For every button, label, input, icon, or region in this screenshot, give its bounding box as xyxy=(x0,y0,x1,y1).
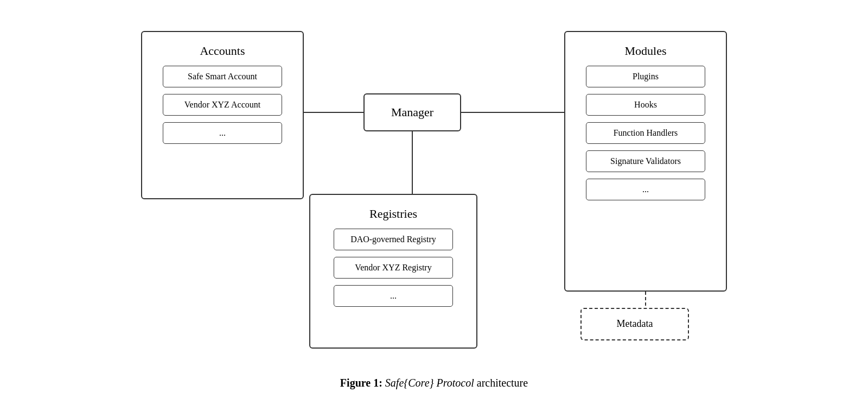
registries-box: Registries DAO-governed Registry Vendor … xyxy=(309,194,477,349)
manager-box: Manager xyxy=(363,93,461,131)
diagram-container: Accounts Safe Smart Account Vendor XYZ A… xyxy=(108,15,760,384)
manager-label: Manager xyxy=(391,105,433,119)
metadata-box: Metadata xyxy=(580,308,689,340)
metadata-label: Metadata xyxy=(617,318,653,330)
accounts-item-2: ... xyxy=(163,122,282,144)
modules-title: Modules xyxy=(616,37,675,62)
modules-box: Modules Plugins Hooks Function Handlers … xyxy=(564,31,727,292)
caption-italic-part: Safe{Core} Protocol xyxy=(385,377,474,389)
registries-title: Registries xyxy=(361,200,426,225)
accounts-box: Accounts Safe Smart Account Vendor XYZ A… xyxy=(141,31,304,199)
caption-rest: architecture xyxy=(477,377,528,389)
accounts-item-0: Safe Smart Account xyxy=(163,66,282,87)
registries-item-2: ... xyxy=(334,285,453,307)
accounts-item-1: Vendor XYZ Account xyxy=(163,94,282,116)
figure-caption: Figure 1: Safe{Core} Protocol architectu… xyxy=(340,377,528,389)
modules-item-2: Function Handlers xyxy=(586,122,705,144)
modules-item-4: ... xyxy=(586,179,705,200)
accounts-title: Accounts xyxy=(191,37,253,62)
caption-figure-label: Figure 1: xyxy=(340,377,382,389)
modules-item-0: Plugins xyxy=(586,66,705,87)
modules-item-3: Signature Validators xyxy=(586,150,705,172)
registries-item-0: DAO-governed Registry xyxy=(334,229,453,250)
modules-item-1: Hooks xyxy=(586,94,705,116)
registries-item-1: Vendor XYZ Registry xyxy=(334,257,453,279)
